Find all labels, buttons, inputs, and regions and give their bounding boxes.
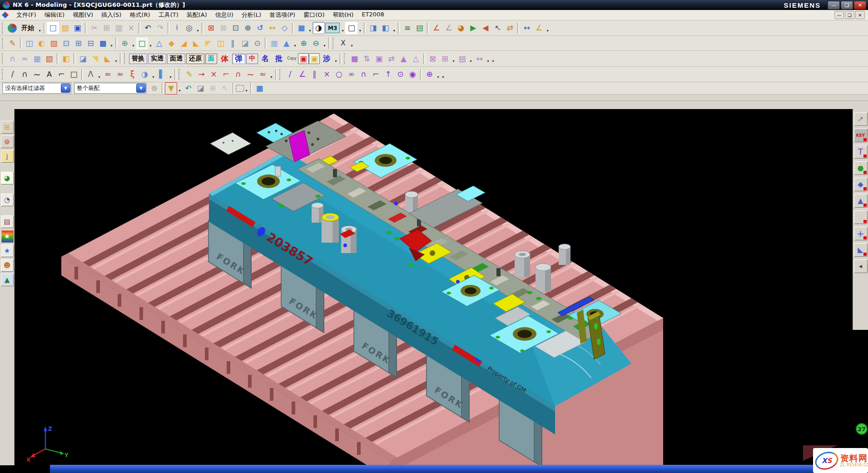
- sketch-arc-icon[interactable]: ∩: [357, 68, 370, 80]
- menu-item-6[interactable]: 装配(A): [183, 10, 211, 20]
- interference-button[interactable]: 涉: [320, 54, 333, 64]
- fit-selection-icon[interactable]: ⊠: [217, 22, 229, 34]
- trim-curve-icon[interactable]: →: [195, 68, 208, 80]
- selection-scope-combo[interactable]: 整个装配 ▼: [74, 83, 147, 94]
- pad-icon[interactable]: ▲: [280, 37, 293, 50]
- replace-button[interactable]: 替换: [129, 54, 147, 64]
- spline-icon[interactable]: ~: [31, 68, 43, 80]
- reverse-hide-icon[interactable]: ⇄: [504, 22, 516, 34]
- part-navigator-icon[interactable]: J: [1, 150, 14, 163]
- chamfer-icon[interactable]: ◤: [202, 37, 214, 50]
- menu-item-5[interactable]: 工具(T): [154, 10, 183, 20]
- sketch-parallel-icon[interactable]: ∥: [308, 68, 321, 80]
- sketch-icon[interactable]: ⊕: [119, 37, 131, 50]
- save-icon[interactable]: ▣: [71, 22, 84, 34]
- center-button[interactable]: 中: [246, 54, 258, 64]
- system-materials-icon[interactable]: ▤: [1, 215, 14, 228]
- custom-dropdown[interactable]: ▾: [333, 52, 338, 65]
- menu-item-11[interactable]: 帮助(H): [329, 10, 358, 20]
- bolt-part-icon[interactable]: T: [854, 145, 868, 159]
- swept-icon[interactable]: ▧: [43, 53, 55, 65]
- information-icon[interactable]: i: [171, 22, 183, 34]
- render-style-icon[interactable]: ◑: [312, 22, 325, 34]
- hide-part-icon[interactable]: ◀: [479, 22, 491, 34]
- background-dropdown[interactable]: ▾: [357, 22, 362, 35]
- row3-more-dropdown[interactable]: ▾: [491, 52, 496, 65]
- mdi-minimize-button[interactable]: —: [834, 11, 844, 19]
- face-translucent-button[interactable]: 面透: [167, 54, 185, 64]
- trim-body-icon[interactable]: ◪: [239, 37, 251, 50]
- pad-dropdown[interactable]: ▾: [293, 37, 298, 50]
- corner-curve-icon[interactable]: ⌐: [55, 68, 68, 80]
- sketch-cross-icon[interactable]: ×: [321, 68, 333, 80]
- face-blend-icon[interactable]: ◢: [178, 37, 190, 50]
- start-dropdown[interactable]: ▾: [37, 22, 42, 35]
- rotate-view-icon[interactable]: ↺: [254, 22, 266, 34]
- sweep-icon[interactable]: ▨: [48, 37, 60, 50]
- assembly-navigator-icon[interactable]: ⊞: [1, 121, 14, 134]
- showhide-dropdown[interactable]: ▾: [392, 22, 397, 35]
- menu-item-3[interactable]: 插入(S): [97, 10, 125, 20]
- rectangle-icon[interactable]: □: [68, 68, 80, 80]
- copy-tool-icon[interactable]: Copy: [286, 53, 298, 65]
- bracket-part-icon[interactable]: ◆: [854, 178, 868, 191]
- cut-icon[interactable]: ✂: [88, 22, 100, 34]
- m3-view-button[interactable]: M3: [325, 23, 340, 33]
- m3-dropdown[interactable]: ▾: [340, 22, 345, 35]
- swap-component-icon[interactable]: ⇄: [385, 53, 397, 65]
- bend-icon[interactable]: ◥: [89, 53, 101, 65]
- selection-scope-dropdown-icon[interactable]: ▼: [136, 84, 146, 93]
- component-list-dropdown[interactable]: ▾: [468, 52, 473, 65]
- batch-button[interactable]: 批: [273, 54, 285, 64]
- wcs-display-icon[interactable]: ∠: [430, 22, 442, 34]
- name-button[interactable]: 名: [259, 54, 272, 64]
- boolean-dropdown[interactable]: ▾: [322, 37, 327, 50]
- sketch-profile-icon[interactable]: ∠: [296, 68, 308, 80]
- history-icon[interactable]: ◔: [1, 194, 14, 206]
- blend-icon[interactable]: ◆: [165, 37, 178, 50]
- hole-icon[interactable]: ⊡: [60, 37, 72, 50]
- sketch-corner-icon[interactable]: ⌐: [370, 68, 382, 80]
- subtract-icon[interactable]: ⊖: [310, 37, 322, 50]
- menu-item-1[interactable]: 编辑(E): [40, 10, 69, 20]
- face-curve-icon[interactable]: ▌: [156, 68, 168, 80]
- visualization-icon[interactable]: ★: [1, 230, 14, 243]
- undo-icon[interactable]: ↶: [142, 22, 154, 34]
- surface-flow-icon[interactable]: ◑: [139, 68, 151, 80]
- restore-button[interactable]: ❏: [841, 1, 853, 10]
- sketch-dropdown[interactable]: ▾: [131, 37, 136, 50]
- show-component-icon[interactable]: ◨: [367, 22, 379, 34]
- punch-part-icon[interactable]: ▽: [854, 210, 868, 224]
- plate-part-icon[interactable]: ▲: [854, 194, 868, 208]
- close-button[interactable]: ✕: [854, 1, 866, 10]
- erase-highlight-icon[interactable]: ◪: [194, 82, 207, 95]
- sketch-circle2-icon[interactable]: ◉: [407, 68, 419, 80]
- zoom-icon[interactable]: ⊕: [242, 22, 254, 34]
- selection-filter-combo[interactable]: 没有选择过滤器 ▼: [2, 83, 71, 94]
- roles-icon[interactable]: ☻: [1, 259, 14, 272]
- undo-selection-icon[interactable]: ↶: [182, 82, 194, 95]
- red-cube-box-icon[interactable]: ▣: [298, 53, 309, 64]
- sketch-circle1-icon[interactable]: ⊙: [394, 68, 407, 80]
- datum-csys-icon[interactable]: △: [153, 37, 165, 50]
- new-file-icon[interactable]: □: [47, 22, 59, 34]
- revolve-icon[interactable]: ◐: [35, 37, 48, 50]
- pocket-icon[interactable]: ⊟: [84, 37, 97, 50]
- minimize-button[interactable]: —: [828, 1, 840, 10]
- surface-dropdown[interactable]: ▾: [114, 52, 119, 65]
- nx-start-icon[interactable]: [8, 24, 17, 33]
- delete-icon[interactable]: ×: [125, 22, 137, 34]
- smooth-curve-icon[interactable]: ≈: [257, 68, 269, 80]
- mdi-close-button[interactable]: ✕: [855, 11, 865, 19]
- shell-icon[interactable]: ◫: [214, 37, 227, 50]
- mdi-restore-button[interactable]: ❏: [845, 11, 854, 19]
- menu-item-10[interactable]: 窗口(O): [299, 10, 328, 20]
- cross-part-icon[interactable]: +: [854, 227, 868, 240]
- menu-item-12[interactable]: ET2008: [357, 10, 388, 20]
- oval-part-icon[interactable]: ●: [854, 161, 868, 175]
- pattern-icon[interactable]: ▦: [268, 37, 280, 50]
- edit-curve-dropdown[interactable]: ▾: [269, 68, 274, 81]
- restore-button[interactable]: 还原: [186, 54, 204, 64]
- primitives-dropdown[interactable]: ▾: [109, 37, 114, 50]
- arc-icon[interactable]: ∩: [19, 68, 31, 80]
